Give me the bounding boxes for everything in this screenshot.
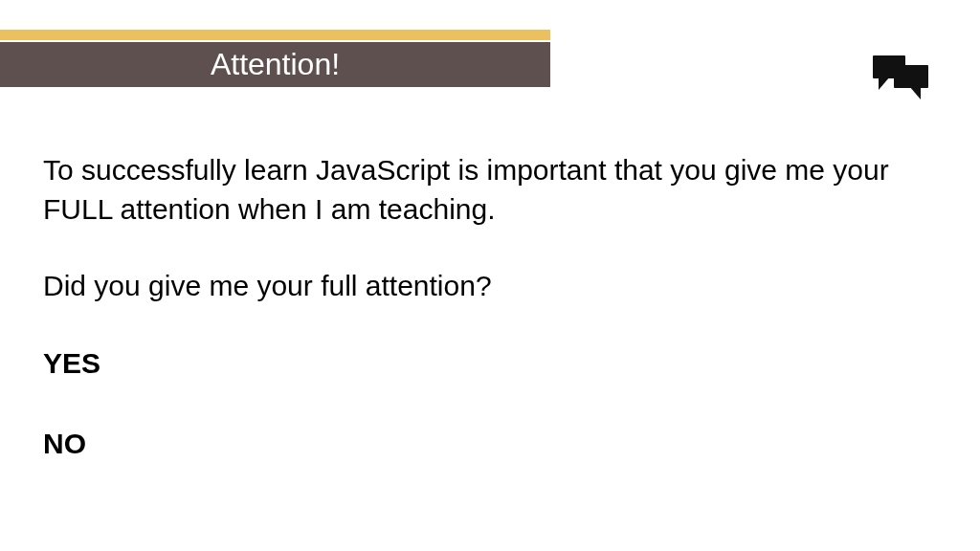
svg-marker-3 (909, 86, 921, 99)
svg-marker-1 (879, 77, 890, 90)
header-bar: Attention! (0, 42, 550, 87)
header-title: Attention! (211, 47, 340, 82)
body-content: To successfully learn JavaScript is impo… (43, 151, 932, 506)
paragraph-2: Did you give me your full attention? (43, 267, 932, 306)
svg-rect-2 (894, 65, 928, 88)
option-no[interactable]: NO (43, 425, 932, 464)
option-yes[interactable]: YES (43, 344, 932, 384)
chat-bubbles-icon (873, 55, 932, 101)
accent-stripe (0, 30, 550, 40)
paragraph-1: To successfully learn JavaScript is impo… (43, 151, 932, 229)
